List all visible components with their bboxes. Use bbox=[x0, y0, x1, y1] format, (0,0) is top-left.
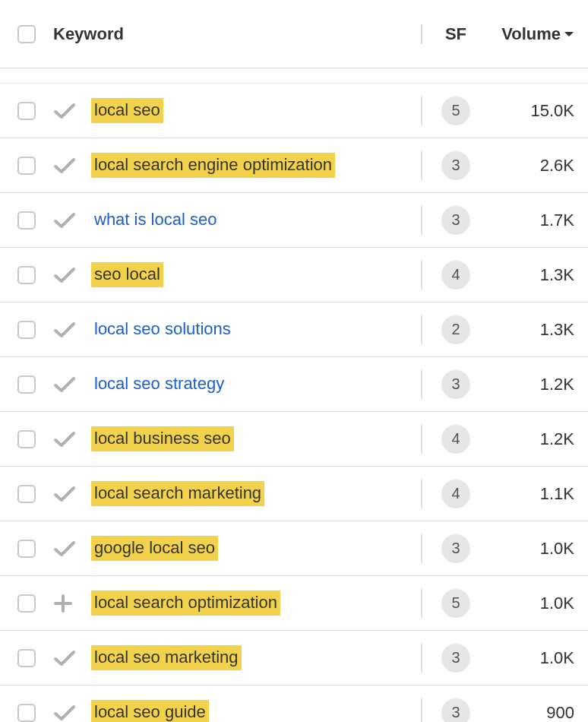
check-icon[interactable] bbox=[53, 430, 76, 448]
sf-cell: 4 bbox=[421, 425, 489, 454]
table-row: local seo strategy31.2K bbox=[0, 357, 588, 412]
row-checkbox-cell bbox=[0, 266, 53, 284]
check-icon[interactable] bbox=[53, 649, 76, 667]
check-icon[interactable] bbox=[53, 211, 76, 230]
row-checkbox[interactable] bbox=[17, 266, 36, 284]
check-icon[interactable] bbox=[53, 102, 76, 120]
plus-icon[interactable] bbox=[53, 594, 73, 613]
row-checkbox[interactable] bbox=[17, 704, 36, 722]
keyword-cell: local seo guide bbox=[91, 700, 421, 722]
keyword-link[interactable]: local search marketing bbox=[91, 481, 264, 506]
volume-value: 1.0K bbox=[540, 539, 574, 559]
keyword-link[interactable]: local seo bbox=[91, 98, 163, 123]
keyword-link[interactable]: local search engine optimization bbox=[91, 153, 335, 178]
check-icon[interactable] bbox=[53, 704, 76, 722]
sf-cell: 3 bbox=[421, 151, 489, 180]
table-row: seo local41.3K bbox=[0, 248, 588, 302]
table-header-row: Keyword SF Volume bbox=[0, 0, 588, 68]
keyword-link[interactable]: local seo solutions bbox=[91, 317, 234, 342]
column-header-keyword[interactable]: Keyword bbox=[53, 24, 124, 44]
table-row: local seo marketing31.0K bbox=[0, 631, 588, 686]
sf-cell: 3 bbox=[421, 698, 489, 723]
table-row: local search marketing41.1K bbox=[0, 467, 588, 521]
volume-value: 1.3K bbox=[540, 265, 574, 285]
volume-cell: 1.0K bbox=[489, 594, 588, 613]
select-all-checkbox[interactable] bbox=[17, 25, 36, 43]
volume-cell: 1.2K bbox=[489, 429, 588, 449]
sf-badge[interactable]: 3 bbox=[441, 698, 470, 723]
row-checkbox[interactable] bbox=[17, 649, 36, 667]
check-icon[interactable] bbox=[53, 485, 76, 503]
sf-badge[interactable]: 5 bbox=[441, 589, 470, 618]
volume-cell: 1.0K bbox=[489, 648, 588, 668]
keyword-cell: local seo strategy bbox=[91, 372, 421, 397]
keyword-cell: local seo bbox=[91, 98, 421, 123]
keyword-link[interactable]: what is local seo bbox=[91, 207, 220, 233]
sf-badge[interactable]: 4 bbox=[441, 425, 470, 454]
row-checkbox-cell bbox=[0, 211, 53, 230]
sf-badge[interactable]: 3 bbox=[441, 370, 470, 399]
row-checkbox-cell bbox=[0, 594, 53, 613]
row-checkbox[interactable] bbox=[17, 102, 36, 120]
keyword-link[interactable]: local seo guide bbox=[91, 700, 209, 722]
sf-badge[interactable]: 3 bbox=[441, 534, 470, 563]
keyword-cell: local business seo bbox=[91, 426, 421, 451]
sf-cell: 3 bbox=[421, 370, 489, 399]
sf-badge[interactable]: 3 bbox=[441, 644, 470, 673]
volume-cell: 1.0K bbox=[489, 539, 588, 559]
row-checkbox[interactable] bbox=[17, 485, 36, 503]
keyword-cell: local search engine optimization bbox=[91, 153, 421, 178]
sf-badge[interactable]: 3 bbox=[441, 206, 470, 235]
keyword-cell: google local seo bbox=[91, 536, 421, 561]
row-checkbox[interactable] bbox=[17, 594, 36, 613]
sf-cell: 3 bbox=[421, 644, 489, 673]
row-checkbox-cell bbox=[0, 102, 53, 120]
keyword-cell: local seo marketing bbox=[91, 645, 421, 670]
check-icon[interactable] bbox=[53, 266, 76, 284]
check-icon[interactable] bbox=[53, 321, 76, 339]
sf-badge[interactable]: 3 bbox=[441, 151, 470, 180]
sf-badge[interactable]: 5 bbox=[441, 97, 470, 125]
keyword-link[interactable]: local business seo bbox=[91, 426, 234, 451]
table-row: local search engine optimization32.6K bbox=[0, 138, 588, 193]
sf-badge[interactable]: 4 bbox=[441, 261, 470, 290]
sf-cell: 4 bbox=[421, 261, 489, 290]
spacer-row bbox=[0, 68, 588, 84]
check-icon[interactable] bbox=[53, 157, 76, 175]
keyword-link[interactable]: local search optimization bbox=[91, 591, 280, 616]
keyword-link[interactable]: local seo marketing bbox=[91, 645, 242, 670]
keyword-link[interactable]: seo local bbox=[91, 262, 163, 287]
sf-badge[interactable]: 4 bbox=[441, 480, 470, 508]
keyword-cell: seo local bbox=[91, 262, 421, 287]
sf-badge[interactable]: 2 bbox=[441, 315, 470, 344]
volume-cell: 1.3K bbox=[489, 265, 588, 285]
volume-value: 1.7K bbox=[540, 211, 574, 230]
keyword-cell: what is local seo bbox=[91, 207, 421, 233]
keyword-link[interactable]: local seo strategy bbox=[91, 372, 227, 397]
volume-cell: 1.3K bbox=[489, 320, 588, 340]
row-checkbox[interactable] bbox=[17, 430, 36, 448]
volume-cell: 1.2K bbox=[489, 375, 588, 394]
volume-value: 1.0K bbox=[540, 648, 574, 668]
check-icon[interactable] bbox=[53, 375, 76, 394]
table-row: local seo guide3900 bbox=[0, 686, 588, 722]
row-checkbox[interactable] bbox=[17, 321, 36, 339]
row-checkbox[interactable] bbox=[17, 211, 36, 230]
sf-cell: 3 bbox=[421, 206, 489, 235]
check-icon[interactable] bbox=[53, 540, 76, 558]
row-checkbox[interactable] bbox=[17, 375, 36, 394]
volume-cell: 15.0K bbox=[489, 101, 588, 121]
table-row: local search optimization51.0K bbox=[0, 576, 588, 631]
row-checkbox-cell bbox=[0, 375, 53, 394]
sf-cell: 3 bbox=[421, 534, 489, 563]
sf-cell: 5 bbox=[421, 97, 489, 125]
column-header-volume[interactable]: Volume bbox=[501, 24, 561, 44]
row-checkbox-cell bbox=[0, 540, 53, 558]
row-checkbox[interactable] bbox=[17, 540, 36, 558]
row-checkbox[interactable] bbox=[17, 157, 36, 175]
keyword-link[interactable]: google local seo bbox=[91, 536, 218, 561]
column-header-sf[interactable]: SF bbox=[445, 24, 466, 44]
row-checkbox-cell bbox=[0, 649, 53, 667]
volume-value: 1.1K bbox=[540, 484, 574, 504]
table-row: google local seo31.0K bbox=[0, 521, 588, 576]
